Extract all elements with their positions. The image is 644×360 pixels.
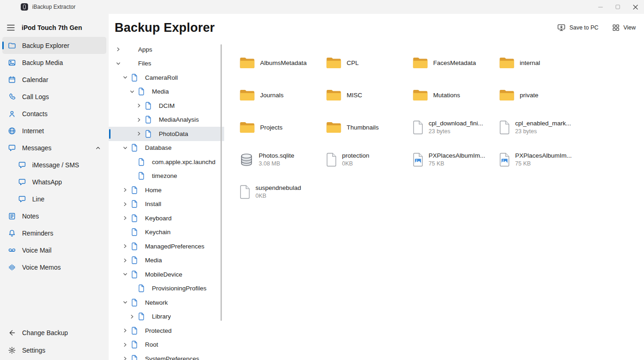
chevron-right-icon[interactable] [123,188,131,192]
sidebar-nav: Backup ExplorerBackup MediaCalendarCall … [0,37,109,276]
folder-item-cpl[interactable]: CPL [326,52,412,74]
document-icon [145,130,157,138]
tree-item-provisioningprofiles[interactable]: ProvisioningProfiles [109,282,224,296]
hamburger-menu-icon[interactable] [7,24,15,31]
file-item-cpl-download-fini[interactable]: cpl_download_fini...23 bytes [412,116,499,138]
chevron-right-icon[interactable] [123,244,131,248]
app-title: iBackup Extractor [32,4,75,10]
file-item-protection[interactable]: protection0KB [326,148,412,171]
tree-item-home[interactable]: Home [109,183,224,197]
chevron-up-icon[interactable] [95,145,101,151]
file-name: Photos.sqlite [259,152,294,159]
folder-item-thumbnails[interactable]: Thumbnails [326,116,412,138]
chevron-right-icon[interactable] [123,202,131,207]
folder-tree: AppsFilesCameraRollMediaDCIMMediaAnalysi… [109,41,224,360]
sidebar-item-label: Reminders [22,230,53,237]
tree-item-protected[interactable]: Protected [109,324,224,338]
tree-item-apps[interactable]: Apps [109,42,224,57]
tree-scrollbar[interactable] [220,44,222,321]
sidebar-item-messages[interactable]: Messages [2,139,106,156]
file-name: AlbumsMetadata [260,59,307,66]
sidebar-item-settings[interactable]: Settings [2,342,106,359]
sidebar-item-backup-media[interactable]: Backup Media [2,54,106,71]
chevron-right-icon[interactable] [137,131,145,136]
chevron-right-icon[interactable] [123,342,131,347]
chevron-down-icon[interactable] [123,272,131,277]
sidebar-item-internet[interactable]: Internet [2,122,106,139]
bell-icon [8,229,16,237]
tree-item-install[interactable]: Install [109,197,224,212]
sidebar-item-reminders[interactable]: Reminders [2,224,106,242]
tree-item-mediaanalysis[interactable]: MediaAnalysis [109,113,224,127]
chevron-right-icon[interactable] [116,47,124,52]
close-button[interactable] [627,0,644,14]
chevron-down-icon[interactable] [123,300,131,305]
sidebar-item-voice-memos[interactable]: Voice Memos [2,259,106,276]
tree-item-library[interactable]: Library [109,310,224,324]
tree-item-systempreferences[interactable]: SystemPreferences [109,352,224,360]
document-icon [138,172,150,180]
minimize-button[interactable] [592,0,609,14]
tree-item-managedpreferences[interactable]: ManagedPreferences [109,239,224,254]
tree-item-mobiledevice[interactable]: MobileDevice [109,267,224,282]
sidebar-item-line[interactable]: Line [2,190,106,207]
chevron-right-icon[interactable] [123,216,131,220]
chevron-down-icon[interactable] [116,61,124,66]
sidebar-item-voice-mail[interactable]: Voice Mail [2,242,106,259]
tree-item-root[interactable]: Root [109,338,224,352]
sidebar-item-calendar[interactable]: Calendar [2,71,106,88]
sidebar-item-notes[interactable]: Notes [2,207,106,224]
tree-item-files[interactable]: Files [109,57,224,71]
file-item-pxplacesalbumim[interactable]: PXPlacesAlbumIm...75 KB [499,148,586,171]
folder-item-private[interactable]: private [499,84,586,106]
tree-item-keychain[interactable]: Keychain [109,225,224,240]
folder-item-journals[interactable]: Journals [239,84,326,106]
file-item-suspendnebulad[interactable]: suspendnebulad0KB [239,181,326,203]
tree-item-database[interactable]: Database [109,141,224,155]
file-size: 0KB [342,160,369,167]
chevron-right-icon[interactable] [137,103,145,108]
maximize-button[interactable] [609,0,627,14]
tree-item-media[interactable]: Media [109,254,224,268]
tree-item-timezone[interactable]: timezone [109,169,224,183]
chevron-down-icon[interactable] [130,89,138,94]
chevron-down-icon[interactable] [123,146,131,150]
file-item-pxplacesalbumim[interactable]: PXPlacesAlbumIm...75 KB [412,148,499,171]
file-item-cpl-enabled-mark[interactable]: cpl_enabled_mark...23 bytes [499,116,586,138]
chevron-right-icon[interactable] [137,118,145,122]
sidebar-item-call-logs[interactable]: Call Logs [2,88,106,105]
tree-item-cameraroll[interactable]: CameraRoll [109,71,224,85]
sidebar-item-whatsapp[interactable]: WhatsApp [2,173,106,190]
view-label: View [623,24,636,31]
sidebar-item-change-backup[interactable]: Change Backup [2,324,106,342]
document-icon [131,144,143,152]
folder-item-albumsmetadata[interactable]: AlbumsMetadata [239,52,326,74]
tree-item-network[interactable]: Network [109,295,224,310]
folder-item-mutations[interactable]: Mutations [412,84,499,106]
save-to-pc-button[interactable]: Save to PC [557,24,598,32]
tree-item-com-apple-xpc-launchd[interactable]: com.apple.xpc.launchd [109,155,224,169]
tree-item-keyboard[interactable]: Keyboard [109,211,224,225]
folder-item-internal[interactable]: internal [499,52,586,74]
tree-item-photodata[interactable]: PhotoData [109,127,224,141]
folder-item-misc[interactable]: MISC [326,84,412,106]
chevron-right-icon[interactable] [123,356,131,360]
chevron-right-icon[interactable] [130,314,138,319]
view-button[interactable]: View [612,24,636,31]
chevron-down-icon[interactable] [123,75,131,80]
chevron-right-icon[interactable] [123,328,131,333]
tree-item-media[interactable]: Media [109,85,224,99]
file-name: private [520,92,539,99]
folder-item-projects[interactable]: Projects [239,116,326,138]
file-size: 3.08 MB [259,160,294,167]
sidebar-item-backup-explorer[interactable]: Backup Explorer [2,37,106,54]
sidebar-item-contacts[interactable]: Contacts [2,105,106,122]
folder-item-facesmetadata[interactable]: FacesMetadata [412,52,499,74]
document-icon [138,284,150,292]
sidebar-item-imessage-sms[interactable]: iMessage / SMS [2,156,106,173]
file-item-photos-sqlite[interactable]: Photos.sqlite3.08 MB [239,148,326,171]
chevron-right-icon[interactable] [123,258,131,263]
tree-item-label: Home [145,187,162,194]
tree-item-dcim[interactable]: DCIM [109,99,224,113]
folder-icon [239,121,255,134]
